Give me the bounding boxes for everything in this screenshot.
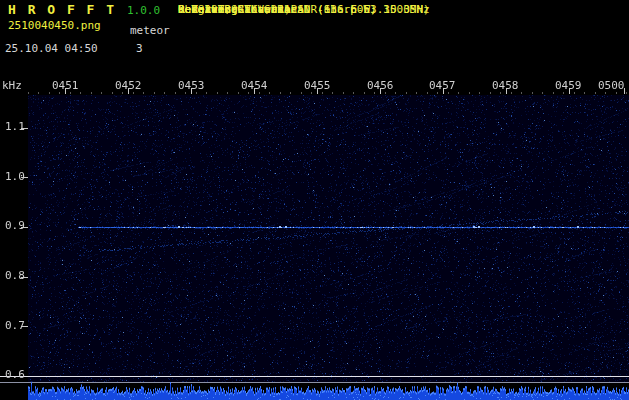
x-tick-label: 0457 <box>429 80 456 91</box>
y-tick-label: 0.8 <box>5 270 25 281</box>
x-tick-label: 0451 <box>52 80 79 91</box>
app-version: 1.0.0 <box>127 4 160 17</box>
output-filename: 2510040450.png <box>8 19 101 32</box>
meteor-count: 3 <box>136 42 143 55</box>
mode-label: meteor <box>130 24 170 37</box>
y-tick-label: 0.6 <box>5 369 25 380</box>
spectrogram-canvas <box>0 75 629 400</box>
hrofft-app: H R O F F T 1.0.0 2510040450.png meteor … <box>0 0 629 400</box>
spectrogram-panel: kHz 0451 0452 0453 0454 0455 0456 0457 0… <box>0 75 629 400</box>
y-tick-label: 1.0 <box>5 171 25 182</box>
y-tick-label: 0.7 <box>5 320 25 331</box>
x-tick-label: 0452 <box>115 80 142 91</box>
datetime-label: 25.10.04 04:50 <box>5 42 98 55</box>
info-value: : 2el-HB9CV Vertical (el. E-W) <box>178 3 377 16</box>
x-tick-label: 0455 <box>304 80 331 91</box>
y-tick-label: 0.9 <box>5 220 25 231</box>
x-tick-label: 0459 <box>555 80 582 91</box>
x-tick-label: 0454 <box>241 80 268 91</box>
x-tick-label: 0456 <box>367 80 394 91</box>
app-title: H R O F F T <box>8 2 116 17</box>
y-axis-unit: kHz <box>2 80 22 91</box>
x-tick-label: 0500 <box>598 80 625 91</box>
x-tick-label: 0453 <box>178 80 205 91</box>
y-tick-label: 1.1 <box>5 121 25 132</box>
x-tick-label: 0458 <box>492 80 519 91</box>
